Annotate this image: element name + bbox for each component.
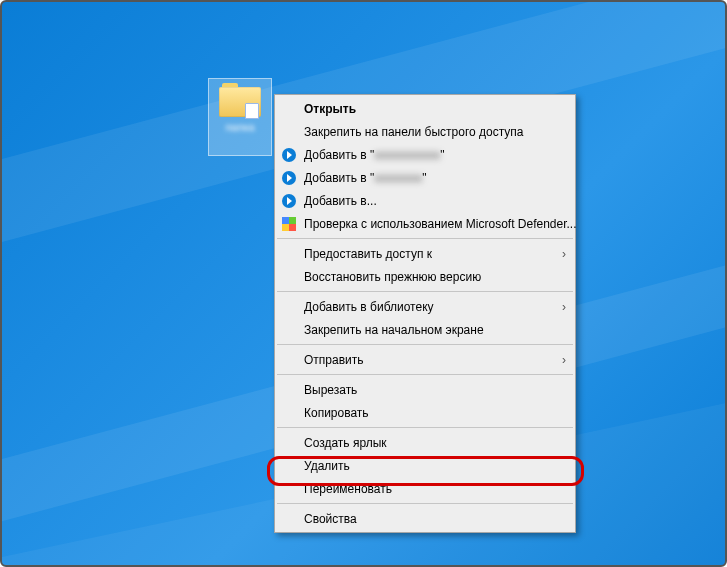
menu-label: Добавить в библиотеку <box>304 300 434 314</box>
context-menu: Открыть Закрепить на панели быстрого дос… <box>274 94 576 533</box>
menu-label: Переименовать <box>304 482 392 496</box>
menu-share[interactable]: Предоставить доступ к › <box>276 242 574 265</box>
desktop-screenshot: папка Открыть Закрепить на панели быстро… <box>0 0 727 567</box>
menu-label: Проверка с использованием Microsoft Defe… <box>304 217 577 231</box>
menu-label: Добавить в "xxxxxxxx" <box>304 171 427 185</box>
menu-delete[interactable]: Удалить <box>276 454 574 477</box>
menu-copy[interactable]: Копировать <box>276 401 574 424</box>
svg-rect-5 <box>282 224 289 231</box>
menu-label: Предоставить доступ к <box>304 247 432 261</box>
menu-label: Восстановить прежнюю версию <box>304 270 481 284</box>
menu-add-to-more[interactable]: Добавить в... <box>276 189 574 212</box>
svg-rect-4 <box>289 217 296 224</box>
menu-separator <box>277 344 573 345</box>
archive-icon <box>281 170 297 186</box>
menu-label: Открыть <box>304 102 356 116</box>
svg-rect-6 <box>289 224 296 231</box>
folder-icon <box>219 83 261 117</box>
menu-pin-quick-access[interactable]: Закрепить на панели быстрого доступа <box>276 120 574 143</box>
menu-label: Закрепить на начальном экране <box>304 323 484 337</box>
menu-send-to[interactable]: Отправить › <box>276 348 574 371</box>
menu-defender-scan[interactable]: Проверка с использованием Microsoft Defe… <box>276 212 574 235</box>
menu-separator <box>277 503 573 504</box>
menu-label: Копировать <box>304 406 369 420</box>
menu-separator <box>277 427 573 428</box>
chevron-right-icon: › <box>562 247 566 261</box>
menu-rename[interactable]: Переименовать <box>276 477 574 500</box>
shield-icon <box>281 216 297 232</box>
svg-rect-3 <box>282 217 289 224</box>
menu-label: Свойства <box>304 512 357 526</box>
menu-separator <box>277 374 573 375</box>
folder-label: папка <box>225 121 254 133</box>
menu-pin-start[interactable]: Закрепить на начальном экране <box>276 318 574 341</box>
menu-add-to-2[interactable]: Добавить в "xxxxxxxx" <box>276 166 574 189</box>
menu-label: Удалить <box>304 459 350 473</box>
menu-label: Закрепить на панели быстрого доступа <box>304 125 524 139</box>
chevron-right-icon: › <box>562 300 566 314</box>
desktop-folder-selected[interactable]: папка <box>208 78 272 156</box>
archive-icon <box>281 193 297 209</box>
chevron-right-icon: › <box>562 353 566 367</box>
menu-properties[interactable]: Свойства <box>276 507 574 530</box>
archive-icon <box>281 147 297 163</box>
menu-label: Создать ярлык <box>304 436 387 450</box>
menu-restore-previous[interactable]: Восстановить прежнюю версию <box>276 265 574 288</box>
menu-cut[interactable]: Вырезать <box>276 378 574 401</box>
menu-create-shortcut[interactable]: Создать ярлык <box>276 431 574 454</box>
menu-separator <box>277 291 573 292</box>
menu-label: Вырезать <box>304 383 357 397</box>
menu-label: Добавить в... <box>304 194 377 208</box>
menu-add-to-library[interactable]: Добавить в библиотеку › <box>276 295 574 318</box>
menu-label: Добавить в "xxxxxxxxxxx" <box>304 148 445 162</box>
menu-open[interactable]: Открыть <box>276 97 574 120</box>
menu-label: Отправить <box>304 353 364 367</box>
menu-add-to-1[interactable]: Добавить в "xxxxxxxxxxx" <box>276 143 574 166</box>
menu-separator <box>277 238 573 239</box>
